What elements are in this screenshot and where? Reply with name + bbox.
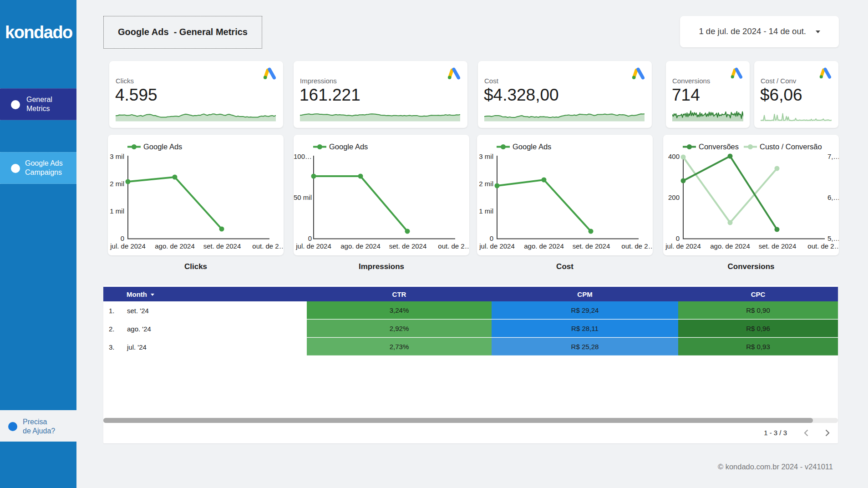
svg-text:0: 0	[308, 234, 312, 242]
svg-text:ago. de 2024: ago. de 2024	[155, 242, 195, 250]
svg-text:2 mil: 2 mil	[110, 180, 124, 188]
svg-text:out. de 2…: out. de 2…	[252, 242, 284, 250]
svg-text:2 mil: 2 mil	[479, 180, 493, 188]
svg-text:400: 400	[668, 152, 680, 160]
svg-text:jul. de 2024: jul. de 2024	[110, 242, 146, 250]
svg-text:set. de 2024: set. de 2024	[203, 242, 241, 250]
svg-text:6,…: 6,…	[827, 193, 839, 201]
svg-text:jul. de 2024: jul. de 2024	[665, 242, 701, 250]
svg-text:out. de 2…: out. de 2…	[438, 242, 469, 250]
svg-text:ago. de 2024: ago. de 2024	[340, 242, 381, 250]
svg-text:Google Ads: Google Ads	[329, 142, 368, 151]
svg-text:set. de 2024: set. de 2024	[759, 242, 797, 250]
svg-text:0: 0	[121, 234, 124, 242]
svg-text:3 mil: 3 mil	[479, 152, 493, 160]
svg-text:jul. de 2024: jul. de 2024	[479, 242, 515, 250]
svg-text:out. de 2…: out. de 2…	[621, 242, 653, 250]
svg-text:set. de 2024: set. de 2024	[389, 242, 427, 250]
svg-text:ago. de 2024: ago. de 2024	[710, 242, 750, 250]
svg-text:Google Ads: Google Ads	[513, 142, 551, 151]
svg-text:Conversões: Conversões	[699, 142, 739, 151]
svg-text:1 mil: 1 mil	[110, 207, 124, 215]
svg-text:Custo / Conversão: Custo / Conversão	[760, 142, 822, 151]
svg-text:Google Ads: Google Ads	[143, 142, 182, 151]
svg-text:0: 0	[676, 234, 680, 242]
svg-text:3 mil: 3 mil	[110, 152, 124, 160]
svg-text:ago. de 2024: ago. de 2024	[524, 242, 564, 250]
svg-text:200: 200	[668, 193, 680, 201]
svg-text:7,…: 7,…	[827, 152, 839, 160]
svg-text:set. de 2024: set. de 2024	[573, 242, 610, 250]
svg-text:jul. de 2024: jul. de 2024	[295, 242, 331, 250]
svg-text:50 mil: 50 mil	[294, 193, 312, 201]
svg-text:5,…: 5,…	[827, 234, 839, 242]
svg-text:1 mil: 1 mil	[479, 207, 493, 215]
svg-text:100…: 100…	[294, 152, 312, 160]
svg-text:0: 0	[490, 234, 493, 242]
svg-text:out. de 2…: out. de 2…	[807, 242, 839, 250]
